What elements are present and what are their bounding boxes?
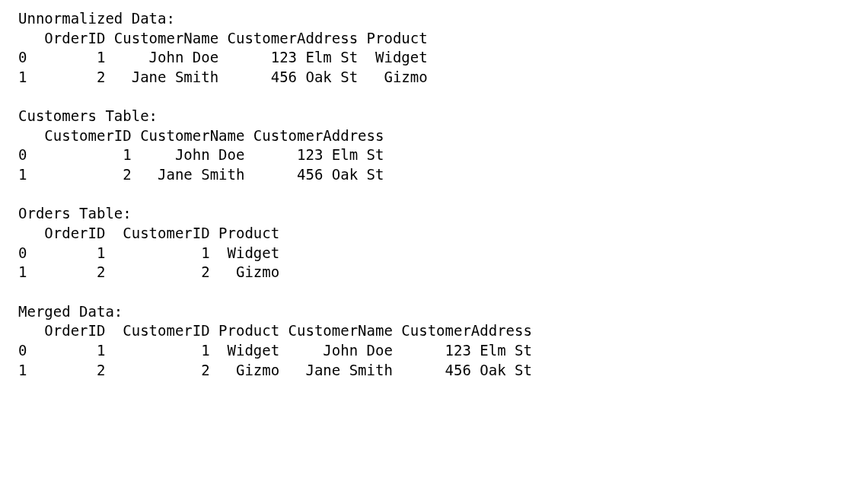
console-output: Unnormalized Data: OrderID CustomerName …	[0, 0, 848, 389]
